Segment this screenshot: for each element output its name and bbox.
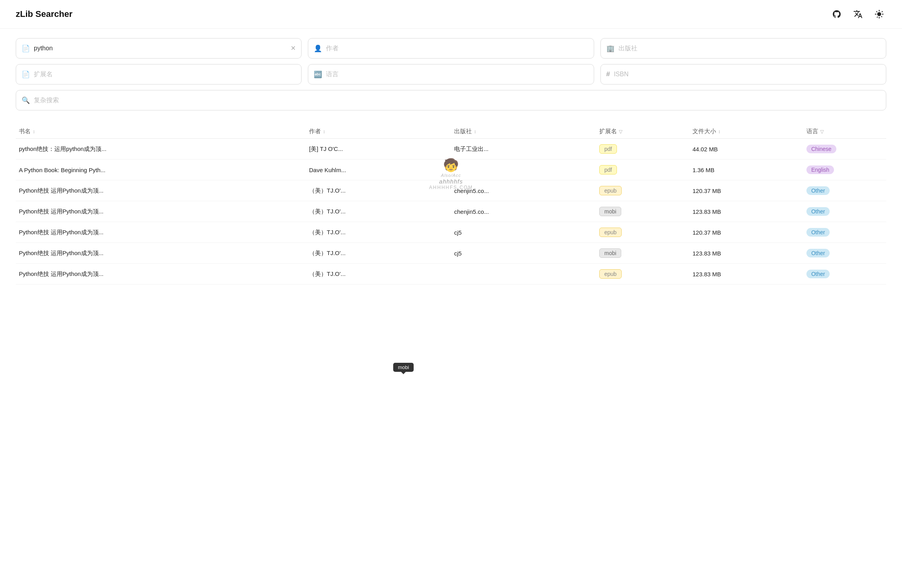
table-row[interactable]: Python绝技 运用Python成为顶... （美）TJ.O'... epub… [16, 264, 886, 285]
table-wrapper: 书名 ↕ 作者 ↕ 出版社 ↕ 扩展名 ▽ 文件大小 ↕ 语言 ▽ [16, 124, 886, 285]
table-row[interactable]: Python绝技 运用Python成为顶... （美）TJ.O'... cj5 … [16, 222, 886, 243]
language-badge: Other [806, 207, 830, 216]
extension-badge: pdf [599, 144, 617, 154]
cell-publisher: chenjin5.co... [451, 208, 596, 215]
table-row[interactable]: A Python Book: Beginning Pyth... Dave Ku… [16, 160, 886, 180]
cell-extension: epub [596, 269, 689, 279]
language-input-wrapper: 🔤 [308, 64, 594, 85]
title-sort-icon: ↕ [33, 129, 35, 134]
language-icon: 🔤 [314, 70, 322, 79]
table-row[interactable]: Python绝技 运用Python成为顶... （美）TJ.O'... chen… [16, 180, 886, 201]
title-clear-button[interactable]: ✕ [291, 45, 296, 51]
translate-icon [853, 9, 863, 19]
cell-extension: mobi [596, 207, 689, 216]
language-badge: Other [806, 186, 830, 195]
col-header-extension[interactable]: 扩展名 ▽ [596, 128, 689, 135]
extension-badge: mobi [599, 207, 621, 216]
cell-author: （美）TJ.O'... [306, 229, 451, 236]
filesize-sort-icon: ↕ [718, 129, 720, 134]
extension-badge: epub [599, 228, 622, 237]
publisher-input-wrapper: 🏢 [600, 38, 886, 59]
complex-input[interactable] [34, 97, 880, 104]
sun-icon [874, 9, 884, 19]
cell-extension: mobi [596, 248, 689, 258]
cell-filesize: 123.83 MB [689, 208, 803, 215]
table-row[interactable]: Python绝技 运用Python成为顶... （美）TJ.O'... chen… [16, 201, 886, 222]
table-body: python绝技：运用python成为顶... [美] TJ O'C... 电子… [16, 139, 886, 285]
extension-badge: epub [599, 186, 622, 195]
cell-title: A Python Book: Beginning Pyth... [16, 167, 306, 173]
col-header-filesize[interactable]: 文件大小 ↕ [689, 128, 803, 135]
cell-title: Python绝技 运用Python成为顶... [16, 250, 306, 257]
cell-publisher: cj5 [451, 250, 596, 257]
language-input[interactable] [326, 71, 588, 78]
extension-badge: pdf [599, 165, 617, 175]
col-header-author[interactable]: 作者 ↕ [306, 128, 451, 135]
title-input-wrapper: 📄 ✕ [16, 38, 302, 59]
book-icon: 📄 [22, 44, 30, 53]
cell-author: [美] TJ O'C... [306, 145, 451, 153]
cell-extension: epub [596, 228, 689, 237]
cell-author: （美）TJ.O'... [306, 208, 451, 215]
cell-language: Other [803, 270, 886, 278]
col-header-title[interactable]: 书名 ↕ [16, 128, 306, 135]
cell-title: Python绝技 运用Python成为顶... [16, 270, 306, 278]
cell-extension: pdf [596, 165, 689, 175]
translate-icon-button[interactable] [851, 7, 865, 21]
col-header-publisher[interactable]: 出版社 ↕ [451, 128, 596, 135]
search-row-2: 📄 🔤 # [16, 64, 886, 85]
publisher-icon: 🏢 [606, 44, 615, 53]
extension-badge: epub [599, 269, 622, 279]
cell-author: （美）TJ.O'... [306, 270, 451, 278]
col-header-language[interactable]: 语言 ▽ [803, 128, 886, 135]
cell-title: python绝技：运用python成为顶... [16, 145, 306, 153]
publisher-input[interactable] [619, 45, 880, 52]
table-row[interactable]: Python绝技 运用Python成为顶... （美）TJ.O'... cj5 … [16, 243, 886, 264]
extension-badge: mobi [599, 248, 621, 258]
cell-language: Chinese [803, 145, 886, 153]
cell-title: Python绝技 运用Python成为顶... [16, 229, 306, 236]
cell-language: English [803, 165, 886, 174]
cell-publisher: 电子工业出... [451, 145, 596, 153]
language-badge: English [806, 165, 834, 174]
table-header: 书名 ↕ 作者 ↕ 出版社 ↕ 扩展名 ▽ 文件大小 ↕ 语言 ▽ [16, 124, 886, 139]
cell-publisher: cj5 [451, 229, 596, 236]
cell-extension: pdf [596, 144, 689, 154]
cell-filesize: 120.37 MB [689, 187, 803, 194]
language-badge: Other [806, 228, 830, 237]
title-input[interactable] [34, 45, 287, 52]
cell-language: Other [803, 207, 886, 216]
theme-toggle-button[interactable] [872, 7, 886, 21]
header-icon-group [830, 7, 886, 21]
complex-icon: 🔍 [22, 96, 30, 105]
publisher-sort-icon: ↕ [474, 129, 476, 134]
cell-filesize: 123.83 MB [689, 250, 803, 257]
github-icon-button[interactable] [830, 7, 844, 21]
table-section: 书名 ↕ 作者 ↕ 出版社 ↕ 扩展名 ▽ 文件大小 ↕ 语言 ▽ [0, 120, 902, 285]
cell-filesize: 44.02 MB [689, 146, 803, 153]
cell-author: Dave Kuhlm... [306, 167, 451, 173]
extension-filter-icon: ▽ [619, 129, 622, 134]
isbn-icon: # [606, 70, 610, 78]
cell-language: Other [803, 249, 886, 257]
search-section: 📄 ✕ 👤 🏢 📄 🔤 # 🔍 [0, 29, 902, 120]
extension-input[interactable] [34, 71, 296, 78]
author-icon: 👤 [314, 44, 322, 53]
mobi-tooltip: mobi [393, 363, 414, 372]
cell-extension: epub [596, 186, 689, 195]
cell-title: Python绝技 运用Python成为顶... [16, 208, 306, 215]
cell-language: Other [803, 186, 886, 195]
isbn-input[interactable] [614, 71, 880, 78]
table-row[interactable]: python绝技：运用python成为顶... [美] TJ O'C... 电子… [16, 139, 886, 160]
author-input[interactable] [326, 45, 588, 52]
extension-icon: 📄 [22, 70, 30, 79]
language-badge: Other [806, 249, 830, 257]
author-input-wrapper: 👤 [308, 38, 594, 59]
extension-input-wrapper: 📄 [16, 64, 302, 85]
cell-language: Other [803, 228, 886, 237]
complex-input-wrapper: 🔍 [16, 90, 886, 110]
author-sort-icon: ↕ [323, 129, 325, 134]
cell-filesize: 123.83 MB [689, 271, 803, 277]
cell-filesize: 1.36 MB [689, 167, 803, 173]
language-filter-icon: ▽ [820, 129, 824, 134]
